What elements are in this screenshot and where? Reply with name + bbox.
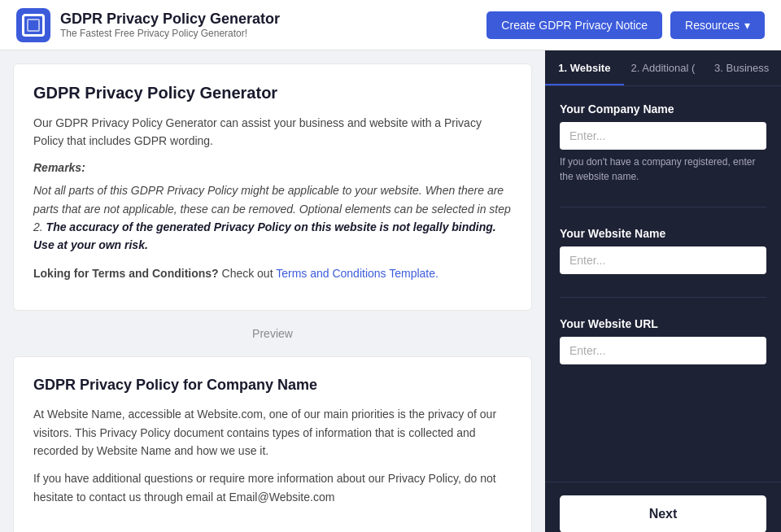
- main-layout: GDPR Privacy Policy Generator Our GDPR P…: [0, 50, 781, 532]
- preview-para2: If you have additional questions or requ…: [33, 469, 512, 506]
- header-title: GDPR Privacy Policy Generator The Fastes…: [60, 11, 280, 39]
- terms-link[interactable]: Terms and Conditions Template.: [276, 267, 438, 280]
- header: GDPR Privacy Policy Generator The Fastes…: [0, 0, 781, 50]
- website-name-label: Your Website Name: [560, 227, 766, 240]
- company-name-hint: If you don't have a company registered, …: [560, 155, 766, 184]
- bold-warning: The accuracy of the generated Privacy Po…: [33, 220, 496, 251]
- logo-icon: [16, 8, 50, 42]
- preview-para1: At Website Name, accessible at Website.c…: [33, 405, 512, 460]
- resources-button[interactable]: Resources ▾: [670, 11, 765, 39]
- company-name-group: Your Company Name If you don't have a co…: [560, 102, 766, 184]
- chevron-down-icon: ▾: [744, 19, 750, 32]
- app-subtitle: The Fastest Free Privacy Policy Generato…: [60, 28, 280, 39]
- preview-card: GDPR Privacy Policy for Company Name At …: [13, 356, 532, 532]
- intro-title: GDPR Privacy Policy Generator: [33, 84, 512, 102]
- terms-prefix: Loking for Terms and Conditions?: [33, 267, 219, 280]
- header-left: GDPR Privacy Policy Generator The Fastes…: [16, 8, 280, 42]
- resources-label: Resources: [685, 19, 740, 32]
- form-area: Your Company Name If you don't have a co…: [545, 86, 781, 482]
- company-name-input[interactable]: [560, 122, 766, 150]
- terms-line: Loking for Terms and Conditions? Check o…: [33, 264, 512, 282]
- app-title: GDPR Privacy Policy Generator: [60, 11, 280, 28]
- remarks-label: Remarks:: [33, 159, 512, 177]
- preview-label: Preview: [13, 324, 532, 343]
- logo-inner-icon: [22, 14, 45, 37]
- step-business[interactable]: 3. Business: [702, 50, 781, 85]
- divider-1: [560, 207, 766, 207]
- next-button[interactable]: Next: [560, 495, 766, 532]
- website-name-group: Your Website Name: [560, 227, 766, 274]
- website-url-input[interactable]: [560, 337, 766, 364]
- italic-notice: Not all parts of this GDPR Privacy Polic…: [33, 181, 512, 255]
- steps-nav: 1. Website 2. Additional ( 3. Business: [545, 50, 781, 86]
- header-right: Create GDPR Privacy Notice Resources ▾: [486, 11, 765, 39]
- terms-check-text: Check out: [222, 267, 277, 280]
- step-website[interactable]: 1. Website: [545, 50, 624, 85]
- next-btn-area: Next: [545, 482, 781, 532]
- website-url-label: Your Website URL: [560, 317, 766, 330]
- right-sidebar: 1. Website 2. Additional ( 3. Business Y…: [545, 50, 781, 532]
- intro-description: Our GDPR Privacy Policy Generator can as…: [33, 114, 512, 150]
- left-content: GDPR Privacy Policy Generator Our GDPR P…: [0, 50, 545, 532]
- divider-2: [560, 297, 766, 298]
- preview-title: GDPR Privacy Policy for Company Name: [33, 377, 512, 394]
- create-gdpr-button[interactable]: Create GDPR Privacy Notice: [486, 11, 662, 39]
- website-name-input[interactable]: [560, 246, 766, 274]
- intro-card: GDPR Privacy Policy Generator Our GDPR P…: [13, 63, 532, 311]
- website-url-group: Your Website URL: [560, 317, 766, 364]
- company-name-label: Your Company Name: [560, 102, 766, 116]
- step-additional[interactable]: 2. Additional (: [624, 50, 703, 85]
